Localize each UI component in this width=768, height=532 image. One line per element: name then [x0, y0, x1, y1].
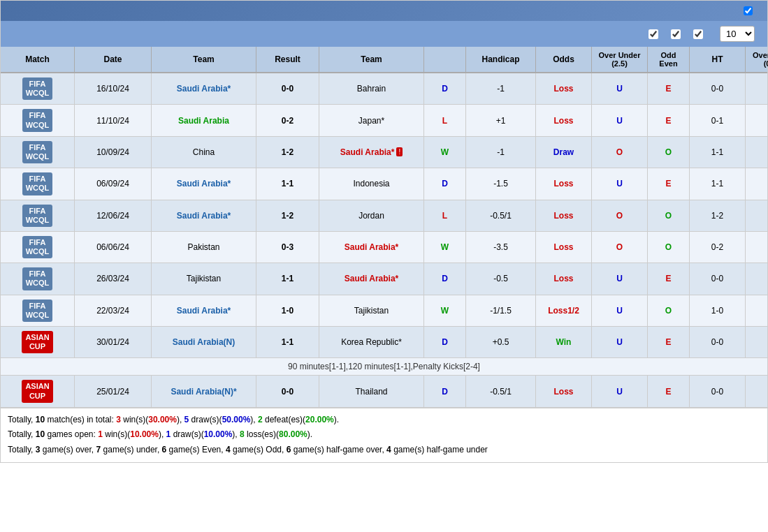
odds-cell: Loss1/2: [536, 295, 592, 326]
match-type-cell: FIFA WCQL: [1, 73, 75, 104]
match-type-cell: FIFA WCQL: [1, 232, 75, 263]
date-cell: 12/06/24: [75, 200, 152, 231]
odds-cell: Loss: [536, 105, 592, 135]
date-cell: 10/09/24: [75, 137, 152, 168]
ht-cell: 1-0: [690, 295, 746, 326]
dwr-cell: W: [424, 137, 466, 168]
odds-cell: Loss: [536, 232, 592, 263]
ou075-cell: U: [746, 73, 768, 104]
team2-cell: Indonesia: [319, 168, 424, 199]
ou25-cell: O: [592, 200, 648, 231]
table-row: FIFA WCQL11/10/24Saudi Arabia0-2Japan*L+…: [1, 105, 767, 136]
summary-section: Totally, 10 match(es) in total: 3 win(s)…: [1, 408, 767, 462]
ou075-cell: O: [746, 137, 768, 168]
table-row: ASIAN CUP30/01/24Saudi Arabia(N)1-1Korea…: [1, 327, 767, 358]
asian-cup-checkbox[interactable]: [693, 29, 703, 39]
team2-cell: Jordan: [319, 200, 424, 231]
oe-cell: O: [648, 137, 690, 168]
column-headers: Match Date Team Result Team Handicap Odd…: [1, 47, 767, 73]
col-match: Match: [1, 47, 75, 72]
match-type-cell: ASIAN CUP: [1, 376, 75, 406]
ou25-cell: U: [592, 376, 648, 406]
table-row: FIFA WCQL06/06/24Pakistan0-3Saudi Arabia…: [1, 232, 767, 263]
match-type-cell: FIFA WCQL: [1, 295, 75, 326]
col-ou25: Over Under (2.5): [592, 47, 648, 72]
ou25-cell: U: [592, 73, 648, 104]
summary-line: Totally, 10 games open: 1 win(s)(10.00%)…: [8, 427, 760, 443]
date-cell: 25/01/24: [75, 376, 152, 406]
col-oe: Odd Even: [648, 47, 690, 72]
ou075-cell: O: [746, 105, 768, 135]
match-type-cell: ASIAN CUP: [1, 327, 75, 357]
match-type-cell: FIFA WCQL: [1, 263, 75, 294]
handicap-cell: +1: [466, 105, 536, 135]
date-cell: 26/03/24: [75, 263, 152, 294]
oe-cell: E: [648, 105, 690, 135]
ou075-cell: U: [746, 327, 768, 357]
ht-cell: 0-0: [690, 376, 746, 406]
oe-cell: O: [648, 200, 690, 231]
ou075-cell: O: [746, 295, 768, 326]
match-type-cell: FIFA WCQL: [1, 200, 75, 231]
table-row: FIFA WCQL16/10/24Saudi Arabia*0-0Bahrain…: [1, 73, 767, 105]
team2-cell: Korea Republic*: [319, 327, 424, 357]
dwr-cell: D: [424, 73, 466, 104]
ou075-cell: O: [746, 232, 768, 263]
oe-cell: O: [648, 295, 690, 326]
summary-line: Totally, 3 game(s) over, 7 game(s) under…: [8, 443, 760, 458]
ht-cell: 1-1: [690, 137, 746, 168]
handicap-cell: -0.5/1: [466, 200, 536, 231]
ou25-cell: U: [592, 263, 648, 294]
dwr-cell: L: [424, 200, 466, 231]
col-date: Date: [75, 47, 152, 72]
dwr-cell: D: [424, 376, 466, 406]
team2-cell: Saudi Arabia*: [319, 232, 424, 263]
ou25-cell: U: [592, 327, 648, 357]
result-cell: 1-1: [256, 263, 319, 294]
team2-cell: Bahrain: [319, 73, 424, 104]
table-row: FIFA WCQL06/09/24Saudi Arabia*1-1Indones…: [1, 168, 767, 200]
oe-cell: O: [648, 232, 690, 263]
ht-cell: 0-1: [690, 105, 746, 135]
fifa-wcql-checkbox[interactable]: [671, 29, 681, 39]
col-dwr: [424, 47, 466, 72]
ht-cell: 1-1: [690, 168, 746, 199]
result-cell: 1-1: [256, 327, 319, 357]
team1-cell: Pakistan: [152, 232, 256, 263]
dwr-cell: W: [424, 295, 466, 326]
oe-cell: E: [648, 327, 690, 357]
result-cell: 0-0: [256, 73, 319, 104]
col-handicap: Handicap: [466, 47, 536, 72]
team1-cell: Saudi Arabia*: [152, 200, 256, 231]
ht-cell: 1-2: [690, 200, 746, 231]
ou075-cell: O: [746, 200, 768, 231]
ou25-cell: U: [592, 105, 648, 135]
table-row: FIFA WCQL10/09/24China1-2Saudi Arabia*!W…: [1, 137, 767, 168]
handicap-cell: -1: [466, 73, 536, 104]
handicap-cell: -0.5: [466, 263, 536, 294]
last-games-section: 10 20 30: [716, 26, 759, 42]
team2-cell: Japan*: [319, 105, 424, 135]
ou25-cell: O: [592, 232, 648, 263]
interf-checkbox[interactable]: [649, 29, 658, 39]
ht-cell: 0-0: [690, 327, 746, 357]
last-games-select[interactable]: 10 20 30: [720, 26, 755, 42]
oe-cell: E: [648, 376, 690, 406]
date-cell: 30/01/24: [75, 327, 152, 357]
ou25-cell: O: [592, 137, 648, 168]
odds-cell: Loss: [536, 200, 592, 231]
header: [1, 1, 767, 21]
handicap-cell: -3.5: [466, 232, 536, 263]
team2-cell: Thailand: [319, 376, 424, 406]
col-team1: Team: [152, 47, 256, 72]
team2-cell: Saudi Arabia*: [319, 263, 424, 294]
team2-cell: Tajikistan: [319, 295, 424, 326]
ht-cell: 0-0: [690, 73, 746, 104]
result-cell: 1-2: [256, 200, 319, 231]
oe-cell: E: [648, 263, 690, 294]
display-notes-checkbox[interactable]: [744, 6, 753, 15]
result-cell: 0-2: [256, 105, 319, 135]
result-cell: 0-3: [256, 232, 319, 263]
table-row: FIFA WCQL12/06/24Saudi Arabia*1-2JordanL…: [1, 200, 767, 232]
dwr-cell: D: [424, 168, 466, 199]
